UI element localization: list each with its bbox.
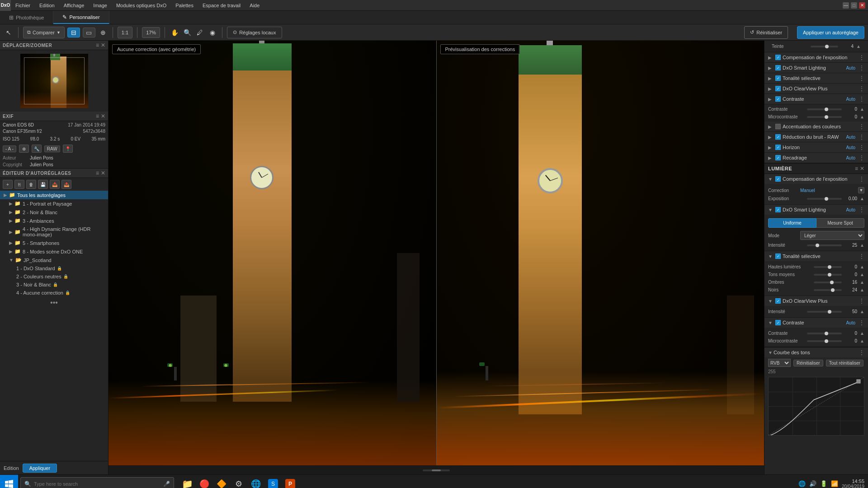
exif-menu-icon[interactable]: ≡ [96, 113, 99, 119]
section-more-recadrage[interactable]: ⋮ [859, 155, 864, 161]
exif-close-icon[interactable]: ✕ [101, 113, 105, 119]
reglages-locaux-btn[interactable]: ⊙ Réglages locaux [227, 27, 282, 38]
section-horizon-header[interactable]: ▶ ✓ Horizon Auto ⋮ [764, 142, 868, 152]
lumiere-clearview-more[interactable]: ⋮ [859, 298, 864, 304]
microcontraste-top-track[interactable] [807, 116, 842, 118]
contraste-lumiere-up[interactable]: ▲ [860, 331, 864, 336]
zoom-1-1-btn[interactable]: 1:1 [118, 27, 132, 38]
contraste-top-track[interactable] [807, 108, 842, 110]
lumiere-close-icon[interactable]: ✕ [860, 165, 864, 172]
curve-tout-reinitialiser-btn[interactable]: Tout réinitialiser [826, 360, 863, 366]
section-more-compensation[interactable]: ⋮ [859, 54, 864, 61]
lumiere-contraste-header[interactable]: ▼ ✓ Contraste Auto ⋮ [764, 318, 868, 328]
lumiere-smart-header[interactable]: ▼ ✓ DxO Smart Lighting Auto ⋮ [764, 205, 868, 215]
section-more-smart[interactable]: ⋮ [859, 65, 864, 71]
taskbar-app-3[interactable]: ⚙ [231, 476, 247, 488]
menu-fichier[interactable]: Fichier [11, 0, 35, 10]
menu-affichage[interactable]: Affichage [59, 0, 89, 10]
tons-moyens-up[interactable]: ▲ [860, 272, 864, 277]
autoregles-menu-icon[interactable]: ≡ [96, 170, 99, 176]
before-after-icon[interactable]: ◉ [208, 28, 217, 38]
mode-dropdown[interactable]: LégerMoyenFort [800, 231, 864, 240]
reinitialiser-btn[interactable]: ↺ Réinitialiser [744, 26, 788, 39]
taskbar-app-1[interactable]: 🔴 [196, 476, 212, 488]
section-check-compensation[interactable]: ✓ [775, 55, 781, 60]
curve-canvas[interactable] [768, 377, 864, 436]
intensite-smart-up[interactable]: ▲ [860, 243, 864, 248]
microcontraste-lumiere-up[interactable]: ▲ [860, 338, 864, 343]
taskbar-search-box[interactable]: 🔍 🎤 [20, 477, 174, 488]
taskbar-app-5[interactable]: S [265, 476, 281, 488]
ombres-thumb[interactable] [830, 281, 834, 284]
microcontraste-top-up[interactable]: ▲ [860, 114, 864, 119]
courbe-header[interactable]: ▼ Courbe des tons ⋮ [764, 347, 868, 357]
section-more-clearview[interactable]: ⋮ [859, 85, 864, 92]
section-check-smart[interactable]: ✓ [775, 65, 781, 70]
scroll-bar[interactable] [423, 469, 450, 471]
zoom-in-tool[interactable]: 🔍 [182, 28, 192, 38]
section-accentuation-header[interactable]: ▶ Accentuation des couleurs ⋮ [764, 122, 868, 131]
deplacer-menu-icon[interactable]: ≡ [96, 42, 99, 48]
uniforme-btn[interactable]: Uniforme [768, 218, 816, 228]
menu-image[interactable]: Image [89, 0, 112, 10]
start-button[interactable] [0, 475, 18, 488]
tree-item-nb[interactable]: ▶ 📁 2 - Noir & Blanc [0, 208, 108, 216]
tons-moyens-track[interactable] [814, 274, 842, 276]
autoregles-header[interactable]: ÉDITEUR D'AUTORÉGLAGES ≡ ✕ [0, 169, 108, 178]
lumiere-compensation-header[interactable]: ▼ ✓ Compensation de l'exposition ⋮ [764, 174, 868, 184]
microcontraste-lumiere-thumb[interactable] [825, 339, 828, 343]
section-bruit-header[interactable]: ▶ ✓ Réduction du bruit - RAW Auto ⋮ [764, 132, 868, 142]
hautes-lumieres-track[interactable] [814, 266, 842, 268]
autoregles-delete-tool[interactable]: 🗑 [26, 180, 36, 189]
menu-edition[interactable]: Edition [35, 0, 59, 10]
lumiere-contraste-more[interactable]: ⋮ [859, 319, 864, 326]
ombres-track[interactable] [814, 282, 842, 283]
noirs-up[interactable]: ▲ [860, 287, 864, 292]
taskbar-app-2[interactable]: 🔶 [213, 476, 230, 488]
deplacer-close-icon[interactable]: ✕ [101, 42, 105, 48]
side-by-side-btn[interactable]: ▭ [83, 28, 95, 38]
tree-item-nb2[interactable]: 3 - Noir & Blanc 🔒 [0, 281, 108, 289]
lumiere-smart-more[interactable]: ⋮ [859, 206, 864, 213]
lumiere-tonalite-check[interactable]: ✓ [775, 253, 781, 259]
ombres-up[interactable]: ▲ [860, 280, 864, 285]
section-more-contraste-top[interactable]: ⋮ [859, 96, 864, 102]
maximize-btn[interactable]: □ [851, 2, 857, 9]
section-check-accentuation[interactable] [775, 124, 781, 129]
autoregles-save-tool[interactable]: 💾 [38, 180, 48, 189]
tree-item-modes-scene[interactable]: ▶ 📁 8 - Modes scène DxO ONE [0, 247, 108, 256]
section-contraste-top-header[interactable]: ▶ ✓ Contraste Auto ⋮ [764, 94, 868, 104]
exposition-up[interactable]: ▲ [860, 196, 864, 201]
intensite-smart-thumb[interactable] [816, 244, 819, 247]
exposition-thumb[interactable] [825, 197, 828, 201]
contraste-lumiere-thumb[interactable] [825, 332, 828, 335]
lumiere-tonalite-more[interactable]: ⋮ [859, 253, 864, 259]
autoregles-export-tool[interactable]: 📤 [61, 180, 71, 189]
autoregles-copy-tool[interactable]: ⎘ [14, 180, 24, 189]
menu-espace[interactable]: Espace de travail [198, 0, 245, 10]
appliquer-un-btn[interactable]: Appliquer un autoréglage [797, 26, 864, 39]
split-view-btn[interactable]: ⊟ [67, 28, 80, 38]
section-check-bruit[interactable]: ✓ [775, 134, 781, 140]
mesure-spot-btn[interactable]: Mesure Spot [816, 218, 864, 228]
lumiere-comp-more[interactable]: ⋮ [859, 176, 864, 182]
tree-item-smartphones[interactable]: ▶ 📁 5 - Smartphones [0, 239, 108, 247]
teinte-thumb[interactable] [825, 45, 829, 48]
tree-item-aucune-correction[interactable]: 4 - Aucune correction 🔒 [0, 289, 108, 297]
taskbar-file-explorer[interactable]: 📁 [179, 476, 195, 488]
section-clearview-header[interactable]: ▶ ✓ DxO ClearView Plus ⋮ [764, 84, 868, 94]
hautes-lumieres-up[interactable]: ▲ [860, 264, 864, 269]
taskbar-mic-icon[interactable]: 🎤 [163, 481, 170, 487]
section-check-contraste-top[interactable]: ✓ [775, 96, 781, 102]
contraste-lumiere-track[interactable] [807, 333, 842, 334]
picker-tool[interactable]: 🖊 [195, 28, 205, 38]
lumiere-clearview-check[interactable]: ✓ [775, 298, 781, 304]
tree-item-couleurs-neutres[interactable]: 2 - Couleurs neutres 🔒 [0, 272, 108, 281]
autoregles-new-tool[interactable]: + [3, 180, 13, 189]
lumiere-comp-check[interactable]: ✓ [775, 176, 781, 182]
tree-item-jp-scotland[interactable]: ▼ 📂 JP_Scotland [0, 256, 108, 264]
section-smart-header[interactable]: ▶ ✓ DxO Smart Lighting Auto ⋮ [764, 63, 868, 73]
taskbar-search-input[interactable] [34, 481, 160, 487]
exif-header[interactable]: EXIF ≡ ✕ [0, 112, 108, 121]
microcontraste-lumiere-track[interactable] [807, 340, 842, 342]
